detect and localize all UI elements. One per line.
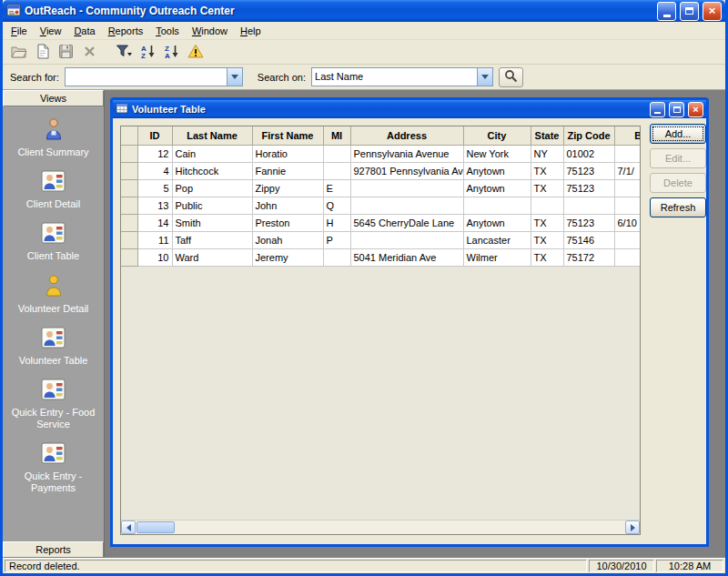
menu-view[interactable]: View <box>34 24 68 38</box>
cell-zip-code[interactable]: 75123 <box>563 214 614 231</box>
menu-data[interactable]: Data <box>67 24 101 38</box>
cell-id[interactable]: 10 <box>137 248 172 266</box>
delete-toolbar-button[interactable] <box>79 42 100 63</box>
close-button[interactable]: × <box>703 2 722 21</box>
cell-mi[interactable] <box>323 162 350 179</box>
cell-id[interactable]: 13 <box>137 197 172 214</box>
cell-mi[interactable]: Q <box>323 197 350 214</box>
cell-id[interactable]: 12 <box>137 145 172 162</box>
cell-zip-code[interactable]: 01002 <box>563 145 614 162</box>
sidebar-item-volunteer-detail[interactable]: Volunteer Detail <box>6 274 101 315</box>
sidebar-item-client-summary[interactable]: Client Summary <box>6 117 101 158</box>
sidebar-item-quick-entry-payments[interactable]: Quick Entry - Payments <box>6 442 101 494</box>
cell-city[interactable]: Lancaster <box>463 231 531 248</box>
cell-id[interactable]: 4 <box>137 162 172 179</box>
cell-first-name[interactable]: Jeremy <box>252 248 323 266</box>
search-on-combobox[interactable]: Last Name <box>311 67 493 86</box>
column-header-birth[interactable]: Birth <box>614 126 641 145</box>
cell-city[interactable]: Anytown <box>463 214 531 231</box>
maximize-button[interactable] <box>680 2 699 21</box>
child-close-button[interactable]: × <box>688 102 703 117</box>
cell-address[interactable] <box>350 231 463 248</box>
cell-address[interactable] <box>350 197 463 214</box>
column-header-first-name[interactable]: First Name <box>252 126 323 145</box>
cell-city[interactable]: Anytown <box>463 162 531 179</box>
cell-mi[interactable] <box>323 248 350 266</box>
cell-birth[interactable]: 6/10 <box>614 214 641 231</box>
refresh-button[interactable]: Refresh <box>650 197 706 217</box>
cell-last-name[interactable]: Hitchcock <box>172 162 252 179</box>
warning-toolbar-button[interactable] <box>185 42 206 63</box>
reports-header-button[interactable]: Reports <box>3 541 104 558</box>
sort-ascending-toolbar-button[interactable]: AZ <box>137 42 158 63</box>
cell-address[interactable] <box>350 179 463 197</box>
cell-mi[interactable]: H <box>323 214 350 231</box>
search-on-dropdown-arrow[interactable] <box>477 68 492 86</box>
cell-first-name[interactable]: Preston <box>252 214 323 231</box>
cell-last-name[interactable]: Cain <box>172 145 252 162</box>
cell-first-name[interactable]: Jonah <box>252 231 323 248</box>
open-folder-toolbar-button[interactable] <box>8 42 29 63</box>
cell-mi[interactable] <box>323 145 350 162</box>
column-header-zip-code[interactable]: Zip Code <box>563 126 614 145</box>
scroll-left-button[interactable] <box>121 520 136 534</box>
cell-last-name[interactable]: Ward <box>172 248 252 266</box>
cell-first-name[interactable]: Horatio <box>252 145 323 162</box>
cell-state[interactable]: TX <box>531 162 563 179</box>
cell-mi[interactable]: E <box>323 179 350 197</box>
cell-birth[interactable] <box>614 248 641 266</box>
cell-first-name[interactable]: Fannie <box>252 162 323 179</box>
row-selector[interactable] <box>121 197 137 214</box>
cell-state[interactable]: TX <box>531 179 563 197</box>
cell-address[interactable]: 927801 Pennsylvania Aver <box>350 162 463 179</box>
cell-zip-code[interactable]: 75172 <box>563 248 614 266</box>
cell-birth[interactable] <box>614 145 641 162</box>
scroll-right-button[interactable] <box>625 520 640 534</box>
save-toolbar-button[interactable] <box>56 42 76 63</box>
cell-birth[interactable]: 7/1/ <box>614 162 641 179</box>
cell-address[interactable]: 5645 CherryDale Lane <box>350 214 463 231</box>
horizontal-scrollbar[interactable] <box>121 520 640 534</box>
cell-id[interactable]: 14 <box>137 214 172 231</box>
sidebar-item-client-detail[interactable]: Client Detail <box>6 170 101 210</box>
menu-tools[interactable]: Tools <box>149 24 186 38</box>
scrollbar-thumb[interactable] <box>136 521 175 533</box>
cell-city[interactable]: Anytown <box>463 179 531 197</box>
search-for-dropdown-arrow[interactable] <box>227 68 242 86</box>
sort-descending-toolbar-button[interactable]: ZA <box>161 42 182 63</box>
cell-city[interactable]: Wilmer <box>463 248 531 266</box>
minimize-button[interactable] <box>657 2 676 21</box>
menu-window[interactable]: Window <box>186 24 234 38</box>
cell-last-name[interactable]: Taff <box>172 231 252 248</box>
column-header-state[interactable]: State <box>531 126 563 145</box>
menu-file[interactable]: File <box>5 24 34 38</box>
menu-reports[interactable]: Reports <box>102 24 150 38</box>
new-document-toolbar-button[interactable] <box>32 42 53 63</box>
cell-zip-code[interactable] <box>563 197 614 214</box>
sidebar-item-quick-entry-food-service[interactable]: Quick Entry - Food Service <box>6 379 101 430</box>
sidebar-item-client-table[interactable]: Client Table <box>6 222 101 262</box>
cell-state[interactable] <box>531 197 563 214</box>
cell-zip-code[interactable]: 75123 <box>563 179 614 197</box>
child-minimize-button[interactable] <box>650 102 665 117</box>
add-button[interactable]: Add... <box>650 124 706 144</box>
search-go-button[interactable] <box>499 67 523 87</box>
cell-address[interactable]: Pennsylvania Avenue <box>350 145 463 162</box>
cell-state[interactable]: TX <box>531 231 563 248</box>
cell-first-name[interactable]: John <box>252 197 323 214</box>
cell-birth[interactable] <box>614 179 641 197</box>
row-selector[interactable] <box>121 248 137 266</box>
cell-id[interactable]: 5 <box>137 179 172 197</box>
filter-toolbar-button[interactable] <box>114 42 135 63</box>
row-selector[interactable] <box>121 162 137 179</box>
column-header-id[interactable]: ID <box>137 126 172 145</box>
cell-city[interactable]: New York <box>463 145 531 162</box>
views-header-button[interactable]: Views <box>3 90 104 106</box>
cell-first-name[interactable]: Zippy <box>252 179 323 197</box>
cell-last-name[interactable]: Public <box>172 197 252 214</box>
cell-state[interactable]: TX <box>531 248 563 266</box>
cell-address[interactable]: 5041 Meridian Ave <box>350 248 463 266</box>
cell-id[interactable]: 11 <box>137 231 172 248</box>
child-maximize-button[interactable] <box>669 102 684 117</box>
row-selector[interactable] <box>121 179 137 197</box>
